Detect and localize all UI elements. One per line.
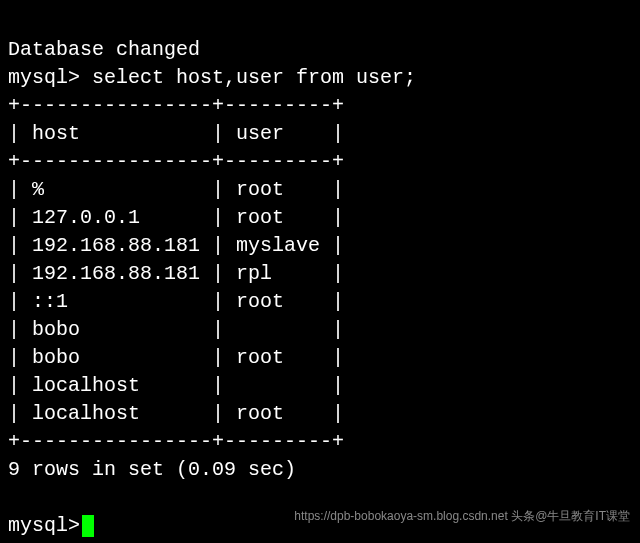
watermark: https://dpb-bobokaoya-sm.blog.csdn.net 头… <box>294 508 630 525</box>
result-summary: 9 rows in set (0.09 sec) <box>8 458 296 481</box>
terminal-output: Database changed mysql> select host,user… <box>8 8 632 540</box>
table-row: | bobo | | <box>8 318 344 341</box>
table-row: | 127.0.0.1 | root | <box>8 206 344 229</box>
prompt: mysql> <box>8 66 80 89</box>
table-row: | 192.168.88.181 | rpl | <box>8 262 344 285</box>
table-row: | ::1 | root | <box>8 290 344 313</box>
table-row: | % | root | <box>8 178 344 201</box>
table-row: | localhost | | <box>8 374 344 397</box>
table-border: +----------------+---------+ <box>8 430 344 453</box>
watermark-brand: 头条@牛旦教育IT课堂 <box>511 509 630 523</box>
cursor[interactable] <box>82 515 94 537</box>
table-header: | host | user | <box>8 122 344 145</box>
query-text: select host,user from user; <box>92 66 416 89</box>
prompt: mysql> <box>8 512 80 540</box>
table-row: | bobo | root | <box>8 346 344 369</box>
watermark-url: https://dpb-bobokaoya-sm.blog.csdn.net <box>294 509 507 523</box>
table-row: | 192.168.88.181 | myslave | <box>8 234 344 257</box>
table-border: +----------------+---------+ <box>8 150 344 173</box>
table-row: | localhost | root | <box>8 402 344 425</box>
table-border: +----------------+---------+ <box>8 94 344 117</box>
status-line: Database changed <box>8 38 200 61</box>
